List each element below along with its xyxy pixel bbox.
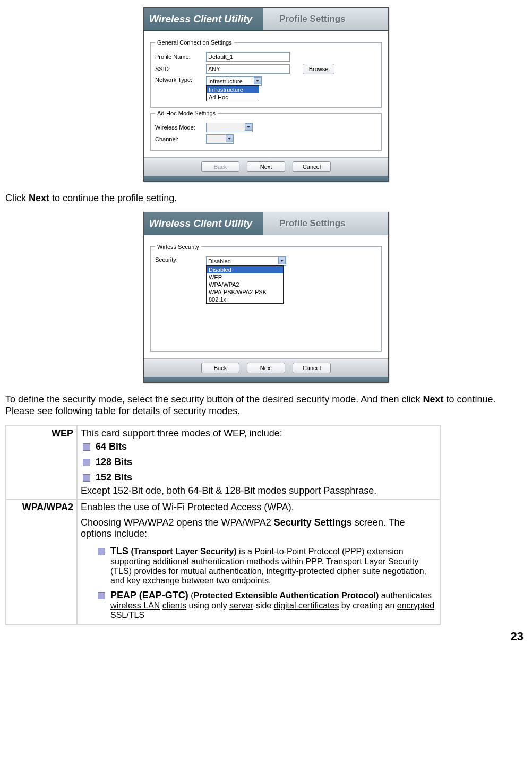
- profile-settings-dialog-2: Wireless Client Utility Profile Settings…: [143, 212, 389, 383]
- back-button[interactable]: Back: [201, 363, 239, 373]
- peap-paren: Protected Extensible Authentication Prot…: [193, 591, 379, 600]
- next-button[interactable]: Next: [247, 363, 285, 373]
- text-span: Choosing WPA/WPA2 opens the WPA/WPA2: [81, 517, 274, 528]
- wpa-p2: Choosing WPA/WPA2 opens the WPA/WPA2 Sec…: [81, 517, 436, 539]
- security-option-wpapsk[interactable]: WPA-PSK/WPA2-PSK: [207, 288, 283, 296]
- wep-152bits: 152 Bits: [96, 472, 132, 483]
- tab-area: Profile Settings: [263, 212, 388, 235]
- adhoc-legend: Ad-Hoc Mode Settings: [155, 110, 218, 116]
- dialog-footer-bar: [144, 176, 388, 181]
- title-bar: Wireless Client Utility Profile Settings: [144, 212, 388, 235]
- text-span: by creating an: [339, 601, 397, 610]
- wpa-options-list: TLS (Transport Layer Security) is a Poin…: [81, 544, 436, 622]
- text-span: to continue the profile setting.: [49, 193, 177, 203]
- peap-title: PEAP (EAP-GTC): [110, 590, 188, 600]
- text-span: To define the security mode, select the …: [5, 394, 423, 405]
- cancel-button[interactable]: Cancel: [293, 363, 331, 373]
- dialog-body: Wirless Security Security: Disabled WEP …: [144, 235, 388, 358]
- network-type-label: Network Type:: [155, 76, 206, 83]
- wireless-mode-combo[interactable]: [206, 123, 253, 132]
- browse-button[interactable]: Browse: [303, 64, 334, 74]
- table-row: WPA/WPA2 Enables the use of Wi-Fi Protec…: [6, 499, 440, 625]
- link-ssl: SSL: [110, 611, 126, 620]
- table-row: WEP This card support three modes of WEP…: [6, 425, 440, 499]
- security-dropdown[interactable]: Disabled WEP WPA/WPA2 WPA-PSK/WPA2-PSK 8…: [206, 265, 284, 304]
- security-combo[interactable]: Disabled WEP WPA/WPA2 WPA-PSK/WPA2-PSK 8…: [206, 256, 286, 266]
- security-option-disabled[interactable]: Disabled: [207, 266, 283, 273]
- text-span: authenticates: [379, 591, 432, 600]
- security-value[interactable]: [206, 256, 286, 266]
- wep-bullets: 64 Bits 128 Bits 152 Bits: [81, 439, 436, 485]
- wep-128bits: 128 Bits: [96, 457, 132, 467]
- chevron-down-icon[interactable]: [254, 77, 261, 84]
- chevron-down-icon[interactable]: [245, 123, 252, 131]
- wep-intro: This card support three modes of WEP, in…: [81, 428, 436, 439]
- text-span: (: [188, 591, 194, 600]
- title-bar: Wireless Client Utility Profile Settings: [144, 8, 388, 31]
- button-row: Back Next Cancel: [144, 358, 388, 377]
- profile-name-input[interactable]: [206, 52, 290, 62]
- security-option-wep[interactable]: WEP: [207, 273, 283, 281]
- text-span: Click: [5, 193, 29, 203]
- adhoc-mode-settings-group: Ad-Hoc Mode Settings Wireless Mode: Chan…: [150, 110, 382, 151]
- tls-title: TLS: [110, 546, 128, 556]
- list-item: 152 Bits: [81, 470, 436, 485]
- wep-cell: This card support three modes of WEP, in…: [77, 425, 440, 499]
- profile-name-label: Profile Name:: [155, 54, 206, 60]
- wireless-mode-label: Wireless Mode:: [155, 124, 206, 131]
- list-item: 128 Bits: [81, 454, 436, 470]
- wireless-security-legend: Wirless Security: [155, 244, 201, 250]
- wpa-p1: Enables the use of Wi-Fi Protected Acces…: [81, 502, 436, 513]
- app-title: Wireless Client Utility: [144, 218, 263, 229]
- security-option-wpa[interactable]: WPA/WPA2: [207, 281, 283, 288]
- cancel-button[interactable]: Cancel: [293, 161, 331, 172]
- wpa-cell: Enables the use of Wi-Fi Protected Acces…: [77, 499, 440, 625]
- tab-profile-settings[interactable]: Profile Settings: [279, 14, 346, 24]
- wep-64bits: 64 Bits: [96, 441, 127, 452]
- wpa-header: WPA/WPA2: [6, 499, 77, 625]
- chevron-down-icon[interactable]: [278, 257, 286, 264]
- text-span: using only: [186, 601, 229, 610]
- list-item: 64 Bits: [81, 439, 436, 454]
- general-connection-settings-group: General Connection Settings Profile Name…: [150, 39, 382, 108]
- dialog-body: General Connection Settings Profile Name…: [144, 31, 388, 157]
- instruction-next-text: Click Next to continue the profile setti…: [5, 192, 527, 204]
- dialog-footer-bar: [144, 377, 388, 382]
- button-row: Back Next Cancel: [144, 157, 388, 176]
- wep-header: WEP: [6, 425, 77, 499]
- general-connection-legend: General Connection Settings: [155, 39, 234, 46]
- link-tls: TLS: [129, 611, 144, 620]
- app-title: Wireless Client Utility: [144, 13, 263, 25]
- network-type-combo[interactable]: Infrastructure Ad-Hoc: [206, 76, 262, 86]
- security-label: Security:: [155, 256, 206, 263]
- ssid-label: SSID:: [155, 66, 206, 72]
- network-type-dropdown[interactable]: Infrastructure Ad-Hoc: [206, 85, 259, 101]
- list-item: TLS (Transport Layer Security) is a Poin…: [96, 544, 436, 588]
- tab-area: Profile Settings: [263, 8, 388, 30]
- link-encrypted: encrypted: [397, 601, 434, 610]
- wireless-security-group: Wirless Security Security: Disabled WEP …: [150, 244, 382, 352]
- link-server: server: [229, 601, 253, 610]
- text-bold-next: Next: [29, 193, 49, 203]
- ssid-input[interactable]: [206, 64, 290, 74]
- security-modes-table: WEP This card support three modes of WEP…: [5, 425, 441, 625]
- channel-label: Channel:: [155, 136, 206, 142]
- chevron-down-icon[interactable]: [226, 135, 233, 142]
- instruction-security-text: To define the security mode, select the …: [5, 393, 527, 417]
- network-type-option-adhoc[interactable]: Ad-Hoc: [207, 93, 259, 101]
- link-clients: clients: [162, 601, 186, 610]
- next-button[interactable]: Next: [247, 161, 285, 172]
- tls-paren: (Transport Layer Security): [128, 547, 237, 556]
- list-item: PEAP (EAP-GTC) (Protected Extensible Aut…: [96, 588, 436, 622]
- security-option-8021x[interactable]: 802.1x: [207, 296, 283, 303]
- link-digital-certificates: digital certificates: [274, 601, 339, 610]
- text-span: -side: [253, 601, 274, 610]
- link-wireless-lan: wireless LAN: [110, 601, 160, 610]
- text-bold-next: Next: [423, 394, 443, 405]
- tab-profile-settings[interactable]: Profile Settings: [279, 218, 346, 229]
- profile-settings-dialog-1: Wireless Client Utility Profile Settings…: [143, 7, 389, 182]
- network-type-option-infrastructure[interactable]: Infrastructure: [207, 86, 259, 93]
- text-bold: Security Settings: [274, 517, 352, 528]
- channel-combo[interactable]: [206, 134, 234, 144]
- back-button[interactable]: Back: [201, 161, 239, 172]
